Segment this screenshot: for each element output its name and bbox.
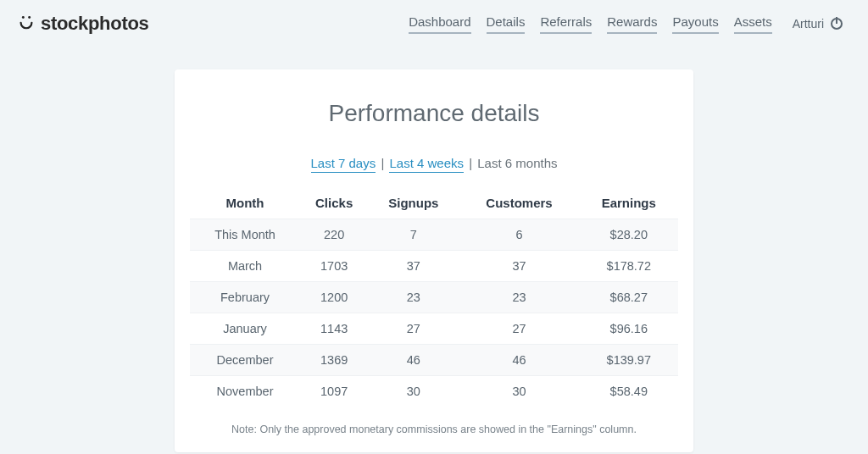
- user-menu[interactable]: Artturi: [793, 17, 843, 30]
- cell-customers: 46: [459, 345, 579, 376]
- cell-earnings: $68.27: [580, 282, 678, 313]
- cell-signups: 37: [368, 251, 459, 282]
- cell-clicks: 1143: [300, 313, 368, 345]
- power-icon: [831, 18, 843, 30]
- performance-table: Month Clicks Signups Customers Earnings …: [190, 187, 678, 407]
- main-nav: Dashboard Details Referrals Rewards Payo…: [409, 14, 843, 34]
- cell-signups: 7: [368, 219, 459, 251]
- cell-clicks: 1703: [300, 251, 368, 282]
- table-row: December 1369 46 46 $139.97: [190, 345, 678, 376]
- table-row: January 1143 27 27 $96.16: [190, 313, 678, 345]
- cell-customers: 23: [459, 282, 579, 313]
- nav-details[interactable]: Details: [487, 14, 526, 34]
- range-last-7-days[interactable]: Last 7 days: [311, 156, 376, 173]
- cell-signups: 46: [368, 345, 459, 376]
- logo[interactable]: stockphotos: [17, 12, 149, 36]
- svg-point-0: [22, 16, 25, 19]
- cell-signups: 23: [368, 282, 459, 313]
- logo-text: stockphotos: [41, 13, 149, 35]
- header-clicks: Clicks: [300, 187, 368, 219]
- cell-month: This Month: [190, 219, 300, 251]
- nav-dashboard[interactable]: Dashboard: [409, 14, 470, 34]
- cell-month: January: [190, 313, 300, 345]
- card-title: Performance details: [190, 100, 678, 127]
- table-row: February 1200 23 23 $68.27: [190, 282, 678, 313]
- cell-earnings: $96.16: [580, 313, 678, 345]
- logo-icon: [17, 12, 36, 36]
- separator: |: [469, 156, 476, 170]
- cell-month: March: [190, 251, 300, 282]
- user-name: Artturi: [793, 17, 824, 30]
- cell-signups: 27: [368, 313, 459, 345]
- cell-clicks: 1369: [300, 345, 368, 376]
- range-selector: Last 7 days | Last 4 weeks | Last 6 mont…: [190, 156, 678, 170]
- table-row: March 1703 37 37 $178.72: [190, 251, 678, 282]
- svg-point-1: [28, 16, 31, 19]
- cell-clicks: 1200: [300, 282, 368, 313]
- nav-payouts[interactable]: Payouts: [672, 14, 718, 34]
- header-signups: Signups: [368, 187, 459, 219]
- nav-assets[interactable]: Assets: [734, 14, 772, 34]
- cell-earnings: $58.49: [580, 376, 678, 407]
- cell-customers: 6: [459, 219, 579, 251]
- range-last-4-weeks[interactable]: Last 4 weeks: [389, 156, 464, 173]
- cell-customers: 30: [459, 376, 579, 407]
- table-row: November 1097 30 30 $58.49: [190, 376, 678, 407]
- cell-customers: 37: [459, 251, 579, 282]
- nav-rewards[interactable]: Rewards: [607, 14, 657, 34]
- range-last-6-months: Last 6 months: [477, 156, 557, 170]
- table-row: This Month 220 7 6 $28.20: [190, 219, 678, 251]
- separator: |: [381, 156, 387, 170]
- footnote: Note: Only the approved monetary commiss…: [190, 424, 678, 435]
- cell-signups: 30: [368, 376, 459, 407]
- header-month: Month: [190, 187, 300, 219]
- header: stockphotos Dashboard Details Referrals …: [0, 0, 868, 44]
- cell-earnings: $28.20: [580, 219, 678, 251]
- cell-clicks: 220: [300, 219, 368, 251]
- cell-month: November: [190, 376, 300, 407]
- performance-card: Performance details Last 7 days | Last 4…: [175, 69, 693, 452]
- nav-referrals[interactable]: Referrals: [540, 14, 592, 34]
- cell-earnings: $178.72: [580, 251, 678, 282]
- header-earnings: Earnings: [580, 187, 678, 219]
- cell-clicks: 1097: [300, 376, 368, 407]
- cell-month: February: [190, 282, 300, 313]
- header-customers: Customers: [459, 187, 579, 219]
- cell-month: December: [190, 345, 300, 376]
- cell-earnings: $139.97: [580, 345, 678, 376]
- cell-customers: 27: [459, 313, 579, 345]
